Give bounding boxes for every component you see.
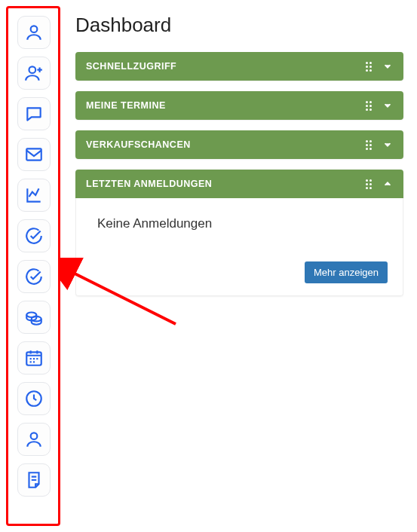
mail-icon <box>24 145 44 164</box>
panel-header[interactable]: LETZTEN ANMELDUNGEN <box>75 170 403 198</box>
sidebar-item-note[interactable] <box>17 463 51 497</box>
coins-icon <box>24 307 44 327</box>
panel-controls <box>366 100 393 111</box>
panel-label: MEINE TERMINE <box>86 100 366 111</box>
panel-schnellzugriff: SCHNELLZUGRIFF <box>75 52 403 81</box>
svg-rect-2 <box>26 148 41 160</box>
sidebar-item-coins[interactable] <box>17 301 51 334</box>
empty-message: Keine Anmeldungen <box>97 216 388 231</box>
drag-handle-icon[interactable] <box>366 62 375 72</box>
sidebar-item-check1[interactable] <box>17 219 51 252</box>
more-button[interactable]: Mehr anzeigen <box>305 261 388 283</box>
user-icon-2 <box>24 430 44 449</box>
clock-icon <box>24 389 44 408</box>
panel-body: Keine Anmeldungen Mehr anzeigen <box>75 198 403 296</box>
panel-header[interactable]: SCHNELLZUGRIFF <box>75 52 403 81</box>
chevron-down-icon[interactable] <box>382 61 393 72</box>
add-user-icon <box>24 63 44 83</box>
sidebar-item-add-user[interactable] <box>17 57 51 90</box>
note-icon <box>24 470 44 490</box>
svg-point-1 <box>29 66 36 73</box>
panel-letzten-anmeldungen: LETZTEN ANMELDUNGEN Keine Anmeldungen Me… <box>75 170 403 296</box>
panel-controls <box>366 61 393 72</box>
chevron-down-icon[interactable] <box>382 139 393 150</box>
sidebar-item-calendar[interactable] <box>17 341 51 375</box>
check-circle-icon-2 <box>24 267 44 286</box>
drag-handle-icon[interactable] <box>366 140 375 150</box>
sidebar-item-chat[interactable] <box>17 97 51 130</box>
sidebar-item-user2[interactable] <box>17 423 51 456</box>
panel-controls <box>366 179 393 189</box>
page-title: Dashboard <box>75 14 403 37</box>
panel-label: LETZTEN ANMELDUNGEN <box>86 179 366 189</box>
check-circle-icon <box>24 226 44 246</box>
chevron-up-icon[interactable] <box>382 179 393 189</box>
panel-label: SCHNELLZUGRIFF <box>86 61 366 72</box>
sidebar-item-clock[interactable] <box>17 382 51 415</box>
chart-icon <box>24 185 44 205</box>
main-content: Dashboard SCHNELLZUGRIFF MEINE TERMINE <box>60 0 417 532</box>
panel-verkaufschancen: VERKAUFSCHANCEN <box>75 130 403 159</box>
user-icon <box>24 23 44 42</box>
panel-meine-termine: MEINE TERMINE <box>75 91 403 120</box>
chat-icon <box>24 104 44 124</box>
panel-controls <box>366 139 393 150</box>
svg-point-0 <box>31 26 38 32</box>
chevron-down-icon[interactable] <box>382 100 393 111</box>
panel-label: VERKAUFSCHANCEN <box>86 139 366 150</box>
sidebar-item-user[interactable] <box>17 16 51 49</box>
sidebar-item-check2[interactable] <box>17 260 51 293</box>
drag-handle-icon[interactable] <box>366 179 375 189</box>
sidebar <box>6 6 60 526</box>
panel-header[interactable]: VERKAUFSCHANCEN <box>75 130 403 159</box>
sidebar-item-mail[interactable] <box>17 138 51 171</box>
panel-header[interactable]: MEINE TERMINE <box>75 91 403 120</box>
svg-point-7 <box>31 433 38 439</box>
sidebar-item-chart[interactable] <box>17 179 51 212</box>
calendar-icon <box>24 348 44 368</box>
drag-handle-icon[interactable] <box>366 101 375 111</box>
